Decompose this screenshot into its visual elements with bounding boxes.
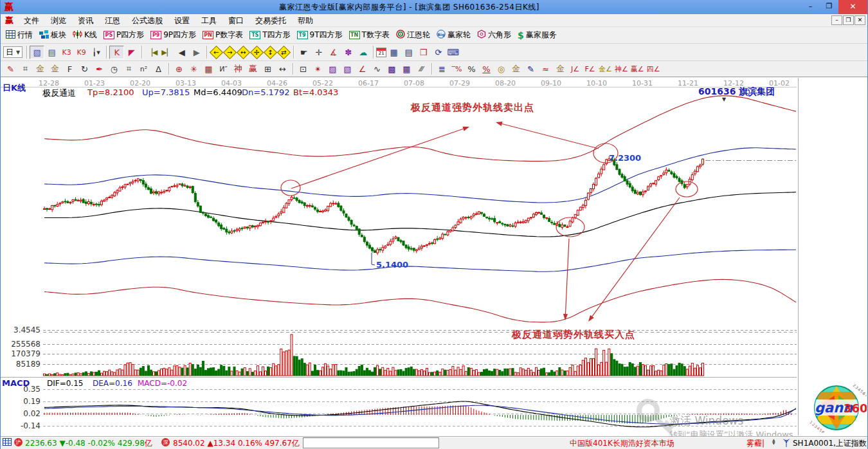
menu-4[interactable]: 公式选股 bbox=[126, 14, 168, 27]
menu-1[interactable]: 浏览 bbox=[45, 14, 72, 27]
star-grid-icon[interactable]: ✳ bbox=[186, 62, 201, 76]
volume-flag-icon[interactable]: ◤ bbox=[124, 46, 139, 59]
expand-y-icon[interactable]: ↕ bbox=[264, 45, 277, 59]
calculator-icon[interactable]: ▦ bbox=[386, 46, 401, 59]
shen-angle-icon[interactable]: 神∠ bbox=[613, 62, 629, 76]
winner-wheel-button[interactable]: Big赢家轮 bbox=[433, 28, 474, 42]
ink-dot-icon[interactable]: ✎ bbox=[523, 62, 538, 76]
sh-index-quote[interactable]: 2236.63 ▼-0.48 -0.02% 429.98亿 bbox=[25, 438, 152, 449]
kline-button[interactable]: K线 bbox=[69, 28, 100, 42]
circle-cross-icon[interactable]: ⊕ bbox=[172, 62, 186, 76]
9p-square-button[interactable]: P99P四方形 bbox=[147, 28, 199, 42]
hexagon-button[interactable]: 六角形 bbox=[474, 28, 514, 42]
menu-5[interactable]: 设置 bbox=[168, 14, 195, 27]
menu-3[interactable]: 江恩 bbox=[99, 14, 126, 27]
fib-ruler-icon[interactable]: F bbox=[62, 62, 77, 76]
restore-button[interactable]: ❐ bbox=[820, 0, 838, 14]
knife-tool-icon[interactable]: ✎ bbox=[3, 62, 18, 76]
shen-grid-icon[interactable]: 神 bbox=[231, 62, 246, 76]
sync-icon[interactable]: ⟳ bbox=[431, 46, 446, 59]
mdi-restore-button[interactable]: ❐ bbox=[843, 15, 854, 25]
menu-0[interactable]: 文件 bbox=[18, 14, 45, 27]
trend-pen-icon[interactable]: ∠ bbox=[355, 62, 370, 76]
dense-grid-icon[interactable]: ▩ bbox=[384, 62, 399, 76]
expand-x-icon[interactable]: ↔ bbox=[237, 45, 250, 59]
price-ruler-icon[interactable]: ⌗ bbox=[122, 62, 136, 76]
p-number-table-button[interactable]: PNP数字表 bbox=[199, 28, 246, 42]
last-page-icon[interactable]: ▶▏ bbox=[159, 46, 174, 59]
hatch-box-icon[interactable]: ▨ bbox=[325, 62, 340, 76]
gold-ratio-icon[interactable]: 金 bbox=[33, 62, 48, 76]
current-index-label[interactable]: SH1A0001,上证指数 bbox=[793, 438, 867, 449]
win-angle-icon[interactable]: 赢∠ bbox=[629, 62, 646, 76]
gold-angle-icon[interactable]: 金∠ bbox=[597, 62, 613, 76]
ticker-spinner[interactable]: ▲▼ bbox=[772, 438, 778, 444]
prev-page-icon[interactable]: ◀ bbox=[174, 46, 189, 59]
menu-7[interactable]: 窗口 bbox=[222, 14, 249, 27]
percent-icon[interactable]: % bbox=[464, 62, 479, 76]
percent-line-icon[interactable]: ‾% bbox=[449, 62, 464, 76]
scroll-ticker[interactable]: 雾霾| bbox=[746, 438, 764, 449]
first-page-icon[interactable]: ▕◀ bbox=[145, 46, 159, 59]
zigzag-icon[interactable]: ∿ bbox=[370, 62, 384, 76]
spiral-icon[interactable]: ↻ bbox=[77, 62, 92, 76]
sketch-pad-icon[interactable]: ▧ bbox=[30, 46, 44, 59]
number-grid-icon[interactable]: ⊞ bbox=[260, 62, 275, 76]
sz-index-quote[interactable]: 8540.02 ▲13.34 0.16% 497.67亿 bbox=[173, 438, 300, 449]
crosshair-icon[interactable]: ✛ bbox=[311, 46, 326, 59]
mdi-close-button[interactable]: ✕ bbox=[854, 15, 865, 25]
t-number-table-button[interactable]: TNT数字表 bbox=[346, 28, 393, 42]
chart-3line-icon[interactable]: K3 bbox=[59, 46, 74, 59]
close-button[interactable]: ✕ bbox=[838, 0, 867, 14]
shift-right-icon[interactable]: → bbox=[223, 45, 237, 59]
swap-axis-icon[interactable]: ⇄ bbox=[277, 45, 291, 59]
j-angle-icon[interactable]: J∠ bbox=[568, 62, 583, 76]
menu-8[interactable]: 交易委托 bbox=[249, 14, 292, 27]
mdi-minimize-button[interactable]: – bbox=[831, 15, 842, 25]
square-grid-icon[interactable]: ▦ bbox=[201, 62, 216, 76]
sectors-button[interactable]: 板块 bbox=[36, 28, 69, 42]
angle-measure-icon[interactable]: ∡ bbox=[326, 46, 341, 59]
quote-grid-icon[interactable] bbox=[3, 438, 12, 448]
gann-wheel-button[interactable]: 江恩轮 bbox=[393, 28, 433, 42]
dense-grid2-icon[interactable]: ▦ bbox=[399, 62, 414, 76]
gold-circle-icon[interactable]: ◎ bbox=[494, 62, 509, 76]
notebook-icon[interactable]: ▤ bbox=[401, 46, 416, 59]
gold-lines-icon[interactable]: 金 bbox=[509, 62, 523, 76]
calendar-icon[interactable]: 21 bbox=[376, 48, 386, 57]
menu-9[interactable]: 帮助 bbox=[292, 14, 319, 27]
candle-type-icon[interactable]: ╽▾ bbox=[89, 46, 104, 59]
save-icon[interactable]: ❒ bbox=[416, 46, 431, 59]
compass-icon[interactable]: Δ bbox=[151, 62, 166, 76]
si-angle-icon[interactable]: 四∠ bbox=[646, 62, 662, 76]
info-panel-icon[interactable]: ▤ bbox=[44, 46, 59, 59]
time-wheel-icon[interactable]: ◷ bbox=[107, 62, 122, 76]
square-n2-icon[interactable]: n² bbox=[136, 62, 151, 76]
menu-6[interactable]: 工具 bbox=[195, 14, 222, 27]
hatch-box2-icon[interactable]: ▧ bbox=[340, 62, 355, 76]
t-square-button[interactable]: TST四方形 bbox=[246, 28, 293, 42]
compress-x-icon[interactable]: ✢ bbox=[250, 45, 264, 59]
box-region-icon[interactable]: ⊡ bbox=[296, 62, 311, 76]
gann-flower-icon[interactable]: ✽ bbox=[341, 46, 356, 59]
period-selector[interactable]: 日▼ bbox=[3, 46, 23, 58]
ray-fan-icon[interactable]: ✴ bbox=[311, 62, 325, 76]
menu-2[interactable]: 资讯 bbox=[72, 14, 99, 27]
n-wave-icon[interactable]: И″ bbox=[216, 62, 231, 76]
parallel-icon[interactable]: ⁄⁄⁄ bbox=[414, 62, 429, 76]
hand-tool-icon[interactable]: ☛ bbox=[296, 46, 311, 59]
ladder-chart-icon[interactable]: ≣ bbox=[435, 62, 449, 76]
grid-scale-icon[interactable]: ⌗ bbox=[18, 62, 33, 76]
market-quotes-button[interactable]: 行情 bbox=[3, 28, 36, 42]
next-page-icon[interactable]: ▶ bbox=[189, 46, 204, 59]
quick-search-input[interactable] bbox=[303, 437, 439, 448]
chart-9line-icon[interactable]: K9 bbox=[74, 46, 89, 59]
news-ticker[interactable]: 中国版401K长期浩好资本市场 bbox=[570, 438, 674, 449]
shift-left-icon[interactable]: ← bbox=[210, 45, 223, 59]
remote-pc-icon[interactable]: ⌨ bbox=[446, 46, 460, 59]
gold-box-icon[interactable]: 金 bbox=[553, 62, 568, 76]
span-arrows-icon[interactable]: ↔ bbox=[275, 62, 290, 76]
wave-icon[interactable]: ≈ bbox=[538, 62, 553, 76]
brush-icon[interactable]: ✒ bbox=[92, 62, 107, 76]
percent-under-icon[interactable]: % bbox=[479, 62, 494, 76]
